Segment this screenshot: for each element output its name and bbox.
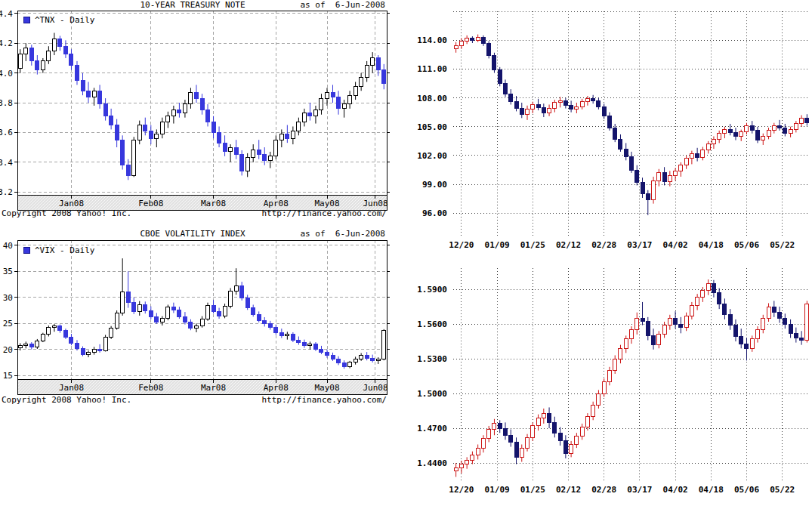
svg-text:105.00: 105.00 [417,122,447,132]
copyright-text: Copyright 2008 Yahoo! Inc. [2,208,131,218]
svg-text:02/12: 02/12 [556,485,581,495]
svg-text:99.00: 99.00 [422,180,447,190]
as-of-label: as of 6-Jun-2008 [233,229,385,239]
svg-text:Feb08: Feb08 [138,199,163,208]
vix-chart-panel: 403530252015Jan08Feb08Mar08Apr08May08Jun… [0,228,400,417]
svg-text:Mar08: Mar08 [201,199,226,208]
svg-text:04/18: 04/18 [699,485,724,495]
legend-label: ^VIX - Daily [35,245,94,255]
svg-text:Mar08: Mar08 [201,383,226,393]
svg-text:Jun08: Jun08 [363,199,387,208]
svg-text:25: 25 [3,319,13,329]
svg-text:108.00: 108.00 [417,94,447,103]
svg-text:05/22: 05/22 [770,485,795,495]
svg-text:15: 15 [3,371,13,381]
svg-text:03/17: 03/17 [627,485,652,495]
svg-text:1.4700: 1.4700 [417,424,447,433]
svg-text:3.6: 3.6 [0,128,13,137]
svg-text:1.4400: 1.4400 [417,458,447,468]
svg-text:05/06: 05/06 [734,240,759,250]
svg-text:04/18: 04/18 [699,240,724,250]
svg-text:05/22: 05/22 [770,240,795,250]
svg-text:02/28: 02/28 [591,485,616,495]
legend-label: ^TNX - Daily [35,15,94,25]
svg-text:102.00: 102.00 [417,151,447,161]
tnx-chart-panel: 4.44.24.03.83.63.43.2Jan08Feb08Mar08Apr0… [0,0,400,227]
svg-text:4.2: 4.2 [0,39,13,48]
svg-text:4.0: 4.0 [0,69,13,79]
svg-text:Jan08: Jan08 [59,383,84,393]
svg-text:1.5600: 1.5600 [417,319,447,329]
svg-text:Apr08: Apr08 [264,199,289,208]
svg-text:1.5300: 1.5300 [417,354,447,364]
source-url: http://finance.yahoo.com/ [160,208,387,218]
usdjpy-chart-panel: 114.00111.00108.00105.00102.0099.0096.00… [400,0,812,253]
svg-text:Jun08: Jun08 [363,383,387,393]
svg-text:01/09: 01/09 [485,240,510,250]
vix-candlestick-plot: 403530252015Jan08Feb08Mar08Apr08May08Jun… [0,228,400,409]
svg-text:05/06: 05/06 [734,485,759,495]
svg-text:1.5000: 1.5000 [417,389,447,399]
svg-text:12/20: 12/20 [449,240,474,250]
svg-text:May08: May08 [314,383,339,393]
svg-text:Apr08: Apr08 [264,383,289,393]
quad-chart-dashboard: 4.44.24.03.83.63.43.2Jan08Feb08Mar08Apr0… [0,0,812,506]
svg-text:01/09: 01/09 [485,485,510,495]
legend-marker-icon [23,17,30,23]
svg-text:3.8: 3.8 [0,98,13,108]
legend-marker-icon [23,247,30,254]
svg-text:30: 30 [3,293,13,303]
svg-text:3.4: 3.4 [0,158,13,168]
vix-legend: ^VIX - Daily [23,245,94,255]
eurusd-chart-panel: 1.59001.56001.53001.50001.47001.440012/2… [400,253,812,506]
usdjpy-candlestick-plot: 114.00111.00108.00105.00102.0099.0096.00… [400,0,812,253]
svg-text:Jan08: Jan08 [59,199,84,208]
svg-text:96.00: 96.00 [422,208,447,218]
svg-text:4.4: 4.4 [0,9,13,19]
svg-text:40: 40 [3,241,13,251]
svg-text:01/25: 01/25 [520,240,545,250]
tnx-legend: ^TNX - Daily [23,15,94,25]
eurusd-candlestick-plot: 1.59001.56001.53001.50001.47001.440012/2… [400,253,812,506]
svg-text:04/02: 04/02 [663,240,688,250]
svg-text:12/20: 12/20 [449,485,474,495]
as-of-label: as of 6-Jun-2008 [233,0,385,10]
svg-text:111.00: 111.00 [417,64,447,74]
svg-text:02/28: 02/28 [591,240,616,250]
svg-text:04/02: 04/02 [663,485,688,495]
svg-text:02/12: 02/12 [556,240,581,250]
source-url: http://finance.yahoo.com/ [160,395,387,405]
svg-text:1.5900: 1.5900 [417,285,447,295]
svg-text:May08: May08 [314,199,339,208]
svg-text:Feb08: Feb08 [138,383,163,393]
svg-text:3.2: 3.2 [0,187,13,197]
tnx-candlestick-plot: 4.44.24.03.83.63.43.2Jan08Feb08Mar08Apr0… [0,0,400,227]
svg-text:20: 20 [3,345,13,355]
svg-text:114.00: 114.00 [417,35,447,45]
svg-text:01/25: 01/25 [520,485,545,495]
svg-text:35: 35 [3,267,13,276]
copyright-text: Copyright 2008 Yahoo! Inc. [2,395,131,405]
svg-text:03/17: 03/17 [627,240,652,250]
